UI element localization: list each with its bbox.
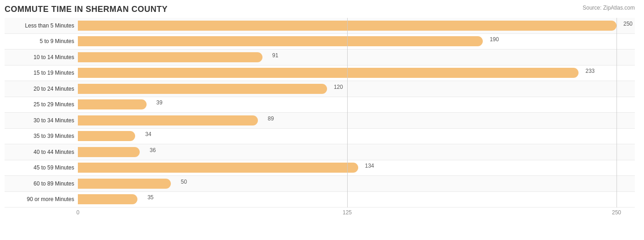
bar-fill: 91 — [78, 52, 262, 62]
bar-track: 35 — [78, 194, 635, 204]
bar-label: 5 to 9 Minutes — [5, 38, 78, 44]
bar-label: Less than 5 Minutes — [5, 22, 78, 29]
bar-row: 15 to 19 Minutes233 — [5, 65, 635, 82]
bar-value-label: 39 — [156, 99, 162, 106]
bar-row: 20 to 24 Minutes120 — [5, 81, 635, 97]
bar-track: 120 — [78, 84, 635, 94]
bar-label: 30 to 34 Minutes — [5, 117, 78, 124]
bar-fill: 120 — [78, 84, 327, 94]
bar-label: 25 to 29 Minutes — [5, 101, 78, 108]
bar-label: 40 to 44 Minutes — [5, 149, 78, 155]
axis-tick: 0 — [76, 209, 80, 216]
bar-row: 30 to 34 Minutes89 — [5, 113, 635, 129]
bar-value-label: 36 — [150, 147, 156, 153]
bar-track: 50 — [78, 179, 635, 189]
bar-fill: 50 — [78, 179, 171, 189]
bar-fill: 250 — [78, 21, 617, 31]
bar-row: 35 to 39 Minutes34 — [5, 129, 635, 145]
chart-title: COMMUTE TIME IN SHERMAN COUNTY — [5, 5, 635, 14]
bar-value-label: 91 — [272, 52, 278, 59]
bar-value-label: 34 — [145, 131, 151, 137]
bar-row: 45 to 59 Minutes134 — [5, 160, 635, 176]
bar-track: 233 — [78, 68, 635, 78]
bar-row: 60 to 89 Minutes50 — [5, 176, 635, 192]
bar-value-label: 233 — [585, 68, 595, 74]
bar-row: 5 to 9 Minutes190 — [5, 34, 635, 50]
bar-value-label: 89 — [268, 115, 274, 122]
bar-label: 15 to 19 Minutes — [5, 70, 78, 76]
axis-area: 0125250 — [78, 209, 635, 218]
bar-fill: 89 — [78, 115, 258, 125]
bar-value-label: 50 — [181, 179, 187, 185]
bar-row: 40 to 44 Minutes36 — [5, 144, 635, 160]
bar-track: 134 — [78, 163, 635, 173]
bar-label: 45 to 59 Minutes — [5, 164, 78, 171]
bar-label: 90 or more Minutes — [5, 196, 78, 202]
source-label: Source: ZipAtlas.com — [583, 5, 635, 11]
bar-fill: 35 — [78, 194, 137, 204]
bar-value-label: 120 — [334, 84, 343, 90]
bar-fill: 36 — [78, 147, 140, 157]
bar-track: 36 — [78, 147, 635, 157]
bar-fill: 134 — [78, 163, 358, 173]
bar-value-label: 190 — [490, 36, 499, 43]
axis-tick: 125 — [343, 209, 352, 216]
bar-track: 89 — [78, 115, 635, 125]
bars-area: Less than 5 Minutes2505 to 9 Minutes1901… — [5, 18, 635, 207]
bar-track: 39 — [78, 99, 635, 109]
bar-row: 25 to 29 Minutes39 — [5, 97, 635, 113]
chart-container: COMMUTE TIME IN SHERMAN COUNTY Source: Z… — [0, 0, 644, 240]
bar-track: 190 — [78, 36, 635, 46]
bar-label: 60 to 89 Minutes — [5, 180, 78, 187]
axis-tick: 250 — [612, 209, 621, 216]
bar-fill: 190 — [78, 36, 483, 46]
bar-fill: 39 — [78, 99, 147, 109]
bar-row: Less than 5 Minutes250 — [5, 18, 635, 34]
bar-label: 35 to 39 Minutes — [5, 133, 78, 139]
bar-value-label: 35 — [147, 194, 153, 201]
bar-label: 10 to 14 Minutes — [5, 54, 78, 60]
bar-track: 250 — [78, 21, 635, 31]
bar-value-label: 250 — [623, 21, 633, 27]
bar-fill: 233 — [78, 68, 579, 78]
bar-track: 34 — [78, 131, 635, 141]
bar-label: 20 to 24 Minutes — [5, 86, 78, 92]
bar-row: 10 to 14 Minutes91 — [5, 49, 635, 65]
bar-fill: 34 — [78, 131, 135, 141]
bar-value-label: 134 — [365, 163, 374, 169]
bar-row: 90 or more Minutes35 — [5, 192, 635, 208]
bar-track: 91 — [78, 52, 635, 62]
